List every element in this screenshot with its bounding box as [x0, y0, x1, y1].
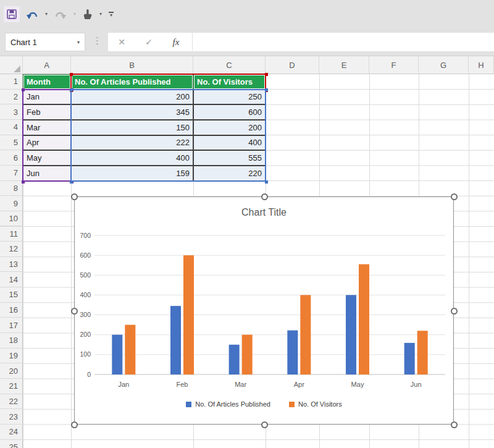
cell-articles[interactable]: 345 — [71, 104, 193, 120]
cell-month[interactable]: Apr — [23, 135, 71, 151]
save-button[interactable] — [4, 6, 20, 22]
row-header-8[interactable]: 8 — [0, 181, 23, 197]
column-header-A[interactable]: A — [23, 56, 71, 74]
bar-Feb-s1[interactable] — [183, 255, 194, 374]
column-header-B[interactable]: B — [71, 56, 193, 74]
cell-visitors[interactable]: 600 — [193, 104, 266, 120]
cell-visitors[interactable]: 400 — [193, 135, 266, 151]
table-header-cell[interactable]: No. Of Visitors — [193, 74, 266, 90]
select-all-button[interactable] — [0, 56, 23, 74]
row-header-6[interactable]: 6 — [0, 150, 23, 166]
cell-visitors[interactable]: 250 — [193, 90, 266, 105]
touch-mode-button[interactable] — [81, 6, 94, 22]
cell-articles[interactable]: 150 — [71, 120, 193, 135]
row-header-21[interactable]: 21 — [0, 379, 23, 394]
customize-toolbar-button[interactable]: ▾ — [107, 12, 115, 17]
bar-May-s1[interactable] — [359, 264, 369, 374]
row-header-12[interactable]: 12 — [0, 242, 23, 257]
column-header-E[interactable]: E — [319, 56, 369, 74]
chart-resize-handle-3[interactable] — [71, 308, 78, 315]
row-header-22[interactable]: 22 — [0, 394, 23, 410]
redo-button[interactable] — [52, 6, 69, 22]
row-header-1[interactable]: 1 — [0, 74, 23, 90]
bar-Feb-s0[interactable] — [170, 306, 181, 374]
formula-bar-resize-handle[interactable]: ⋮ — [93, 35, 102, 46]
bar-Jun-s0[interactable] — [404, 343, 415, 374]
bar-May-s0[interactable] — [346, 295, 356, 374]
bar-chart-plot[interactable]: 0100200300400500600700JanFebMarAprMayJun — [75, 197, 454, 395]
bar-Jan-s0[interactable] — [112, 335, 122, 374]
row-header-9[interactable]: 9 — [0, 196, 23, 211]
x-axis-label: Feb — [177, 381, 188, 388]
row-header-5[interactable]: 5 — [0, 135, 23, 151]
table-header-cell[interactable]: No. Of Articles Published — [71, 74, 193, 90]
cell-visitors[interactable]: 555 — [193, 150, 266, 166]
row-header-23[interactable]: 23 — [0, 409, 23, 425]
chart-resize-handle-4[interactable] — [451, 308, 458, 315]
row-header-11[interactable]: 11 — [0, 227, 23, 242]
row-header-19[interactable]: 19 — [0, 349, 23, 364]
cell-month[interactable]: Jun — [23, 166, 71, 181]
row-header-14[interactable]: 14 — [0, 272, 23, 287]
row-header-13[interactable]: 13 — [0, 257, 23, 273]
row-header-17[interactable]: 17 — [0, 318, 23, 333]
enter-button[interactable]: ✓ — [135, 37, 162, 47]
chart-resize-handle-2[interactable] — [451, 193, 458, 200]
cell-articles[interactable]: 400 — [71, 150, 193, 166]
insert-function-button[interactable]: fx — [162, 37, 190, 48]
column-headers: ABCDEFGH — [0, 56, 494, 74]
name-box-dropdown-icon[interactable]: ▾ — [77, 40, 80, 45]
chart-object[interactable]: Chart Title 0100200300400500600700JanFeb… — [74, 197, 454, 425]
redo-dropdown-caret[interactable]: ▾ — [73, 12, 77, 17]
formula-input[interactable] — [193, 33, 494, 51]
row-header-2[interactable]: 2 — [0, 90, 23, 105]
column-header-F[interactable]: F — [369, 56, 419, 74]
cell-articles[interactable]: 222 — [71, 135, 193, 151]
x-axis-label: Jan — [118, 381, 129, 388]
undo-dropdown-caret[interactable]: ▾ — [44, 12, 48, 17]
bar-Mar-s0[interactable] — [229, 345, 240, 374]
bar-Apr-s1[interactable] — [300, 295, 311, 374]
row-header-16[interactable]: 16 — [0, 303, 23, 318]
column-header-G[interactable]: G — [419, 56, 469, 74]
row-header-20[interactable]: 20 — [0, 363, 23, 379]
undo-button[interactable] — [24, 6, 40, 22]
row-header-7[interactable]: 7 — [0, 166, 23, 181]
name-box[interactable]: Chart 1 ▾ — [5, 33, 85, 51]
legend-item-1[interactable]: No. Of Visitors — [289, 400, 342, 408]
worksheet[interactable]: ABCDEFGH 1234567891011121314151617181920… — [0, 56, 494, 448]
bar-Jan-s1[interactable] — [125, 325, 135, 374]
column-header-C[interactable]: C — [193, 56, 266, 74]
bar-Apr-s0[interactable] — [287, 331, 298, 374]
column-header-H[interactable]: H — [469, 56, 494, 74]
bar-Jun-s1[interactable] — [417, 331, 428, 374]
table-header-cell[interactable]: Month — [23, 74, 71, 90]
cell-month[interactable]: Mar — [23, 120, 71, 135]
cell-articles[interactable]: 159 — [71, 166, 193, 181]
chart-resize-handle-5[interactable] — [71, 421, 78, 428]
cell-visitors[interactable]: 220 — [193, 166, 266, 181]
chart-legend[interactable]: No. Of Articles PublishedNo. Of Visitors — [75, 400, 453, 408]
row-header-10[interactable]: 10 — [0, 211, 23, 227]
row-header-4[interactable]: 4 — [0, 120, 23, 135]
cell-month[interactable]: May — [23, 150, 71, 166]
chart-resize-handle-0[interactable] — [71, 193, 78, 200]
row-header-15[interactable]: 15 — [0, 287, 23, 303]
chart-resize-handle-6[interactable] — [261, 421, 268, 428]
cell-articles[interactable]: 200 — [71, 90, 193, 105]
cancel-button[interactable]: ✕ — [108, 37, 135, 47]
row-header-18[interactable]: 18 — [0, 333, 23, 349]
row-header-24[interactable]: 24 — [0, 425, 23, 440]
y-axis-tick-label: 500 — [80, 271, 91, 279]
column-header-D[interactable]: D — [266, 56, 319, 74]
chart-resize-handle-7[interactable] — [451, 421, 458, 428]
cell-month[interactable]: Feb — [23, 104, 71, 120]
cell-month[interactable]: Jan — [23, 90, 71, 105]
row-header-3[interactable]: 3 — [0, 104, 23, 120]
touch-mode-dropdown-caret[interactable]: ▾ — [99, 12, 103, 17]
row-header-25[interactable]: 25 — [0, 440, 23, 448]
bar-Mar-s1[interactable] — [242, 335, 253, 374]
chart-resize-handle-1[interactable] — [261, 193, 268, 200]
cell-visitors[interactable]: 200 — [193, 120, 266, 135]
legend-item-0[interactable]: No. Of Articles Published — [186, 400, 270, 408]
